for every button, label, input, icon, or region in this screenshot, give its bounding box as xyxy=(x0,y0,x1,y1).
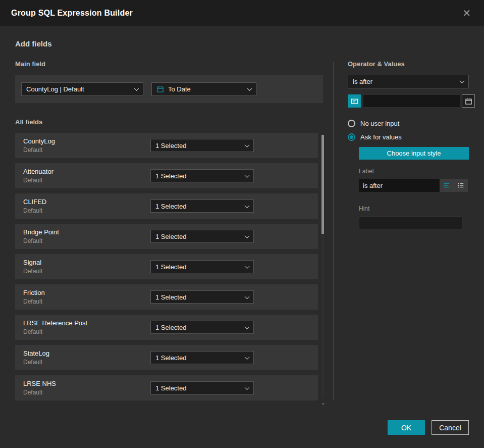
chevron-down-icon xyxy=(245,324,250,329)
field-selected-value: 1 Selected xyxy=(155,142,241,150)
field-row: LRSE NHSDefault1 Selected xyxy=(15,375,318,401)
chevron-down-icon xyxy=(134,86,139,91)
input-style-group xyxy=(440,179,468,192)
all-fields-list: CountyLogDefault1 SelectedAttenuatorDefa… xyxy=(15,133,324,401)
list-icon xyxy=(457,182,464,189)
main-field-select[interactable]: CountyLog | Default xyxy=(21,82,143,96)
operator-values-label: Operator & Values xyxy=(348,60,469,68)
field-selected-value: 1 Selected xyxy=(155,233,241,240)
main-field-date-value: To Date xyxy=(168,85,244,93)
field-row: FrictionDefault1 Selected xyxy=(15,284,318,310)
field-subtitle: Default xyxy=(23,177,53,184)
all-fields-label: All fields xyxy=(15,118,324,126)
chevron-down-icon xyxy=(245,233,250,238)
value-input[interactable] xyxy=(363,94,461,108)
chevron-down-icon xyxy=(247,86,252,91)
field-selected-dropdown[interactable]: 1 Selected xyxy=(150,351,254,364)
calendar-icon xyxy=(465,97,472,105)
field-selected-dropdown[interactable]: 1 Selected xyxy=(150,230,254,243)
field-row: CountyLogDefault1 Selected xyxy=(15,133,318,158)
chevron-down-icon xyxy=(245,173,250,178)
group-sql-expression-builder-dialog: Group SQL Expression Builder ✕ Add field… xyxy=(0,0,484,448)
chevron-down-icon xyxy=(245,203,250,208)
dialog-titlebar: Group SQL Expression Builder ✕ xyxy=(0,0,484,26)
calendar-icon xyxy=(156,85,164,93)
field-selected-dropdown[interactable]: 1 Selected xyxy=(150,139,254,152)
close-button[interactable]: ✕ xyxy=(460,6,473,20)
dialog-body: Add fields Main field CountyLog | Defaul… xyxy=(0,26,484,406)
field-name: CountyLog xyxy=(23,137,55,145)
main-field-panel: CountyLog | Default To Date xyxy=(15,75,323,103)
ask-for-values-label: Ask for values xyxy=(360,133,402,141)
field-selected-value: 1 Selected xyxy=(155,203,241,210)
field-selected-dropdown[interactable]: 1 Selected xyxy=(150,260,254,273)
chevron-down-icon xyxy=(245,385,250,390)
all-fields-list-wrap: CountyLogDefault1 SelectedAttenuatorDefa… xyxy=(15,133,324,401)
scrollbar-down-arrow-icon[interactable]: ⌄ xyxy=(321,400,326,406)
chevron-down-icon xyxy=(245,264,250,269)
field-selected-value: 1 Selected xyxy=(155,172,241,180)
input-style-toggle-button[interactable] xyxy=(348,94,361,108)
field-selected-dropdown[interactable]: 1 Selected xyxy=(150,200,254,213)
dialog-title: Group SQL Expression Builder xyxy=(11,9,133,18)
scrollbar-thumb[interactable] xyxy=(321,135,324,234)
dialog-footer: OK Cancel xyxy=(388,420,469,435)
label-input-row xyxy=(359,179,469,192)
vertical-divider xyxy=(333,62,334,400)
field-name: CLIFED xyxy=(23,198,46,206)
field-row: StateLogDefault1 Selected xyxy=(15,345,318,370)
field-subtitle: Default xyxy=(23,359,49,366)
field-selected-value: 1 Selected xyxy=(155,354,241,362)
hint-field-label: Hint xyxy=(359,205,469,212)
label-input[interactable] xyxy=(359,179,440,192)
field-subtitle: Default xyxy=(23,207,46,214)
no-user-input-label: No user input xyxy=(360,120,399,127)
chevron-down-icon xyxy=(460,78,465,83)
value-input-row xyxy=(348,94,469,108)
close-icon: ✕ xyxy=(462,8,471,19)
form-input-icon xyxy=(351,97,358,105)
field-name: Signal xyxy=(23,259,42,266)
chevron-down-icon xyxy=(245,294,250,299)
choose-input-style-button[interactable]: Choose input style xyxy=(359,147,469,160)
field-selected-value: 1 Selected xyxy=(155,293,241,301)
chevron-down-icon xyxy=(245,142,250,147)
field-selected-value: 1 Selected xyxy=(155,384,241,392)
list-style-button[interactable] xyxy=(454,179,468,192)
fields-column: Main field CountyLog | Default To xyxy=(15,60,324,406)
field-row: Bridge PointDefault1 Selected xyxy=(15,224,318,249)
field-subtitle: Default xyxy=(23,146,55,154)
field-name: LRSE NHS xyxy=(23,380,56,387)
field-selected-dropdown[interactable]: 1 Selected xyxy=(150,381,254,394)
field-selected-value: 1 Selected xyxy=(155,263,241,271)
field-subtitle: Default xyxy=(23,237,59,244)
cancel-button[interactable]: Cancel xyxy=(432,420,469,435)
field-subtitle: Default xyxy=(23,389,56,396)
ask-for-values-radio[interactable]: Ask for values xyxy=(348,133,469,141)
main-field-select-value: CountyLog | Default xyxy=(26,85,131,93)
field-subtitle: Default xyxy=(23,328,87,335)
radio-selected-icon xyxy=(348,133,355,141)
field-name: Bridge Point xyxy=(23,228,59,236)
field-name: Friction xyxy=(23,289,45,296)
field-selected-dropdown[interactable]: 1 Selected xyxy=(150,290,254,304)
field-subtitle: Default xyxy=(23,298,45,305)
ok-button[interactable]: OK xyxy=(388,420,425,435)
field-row: CLIFEDDefault1 Selected xyxy=(15,193,318,219)
hint-input[interactable] xyxy=(359,216,462,229)
no-user-input-radio[interactable]: No user input xyxy=(348,120,469,127)
date-picker-button[interactable] xyxy=(462,94,475,108)
main-field-date-select[interactable]: To Date xyxy=(151,82,256,96)
single-line-style-button[interactable] xyxy=(440,179,454,192)
operator-values-column: Operator & Values is after xyxy=(348,60,469,229)
field-subtitle: Default xyxy=(23,268,42,275)
field-name: StateLog xyxy=(23,350,49,357)
label-field-label: Label xyxy=(359,168,469,175)
field-name: Attenuator xyxy=(23,168,53,175)
main-field-label: Main field xyxy=(15,60,324,68)
field-row: SignalDefault1 Selected xyxy=(15,254,318,279)
field-row: AttenuatorDefault1 Selected xyxy=(15,163,318,188)
field-selected-dropdown[interactable]: 1 Selected xyxy=(150,321,254,334)
field-selected-dropdown[interactable]: 1 Selected xyxy=(150,169,254,182)
operator-select[interactable]: is after xyxy=(348,75,469,88)
